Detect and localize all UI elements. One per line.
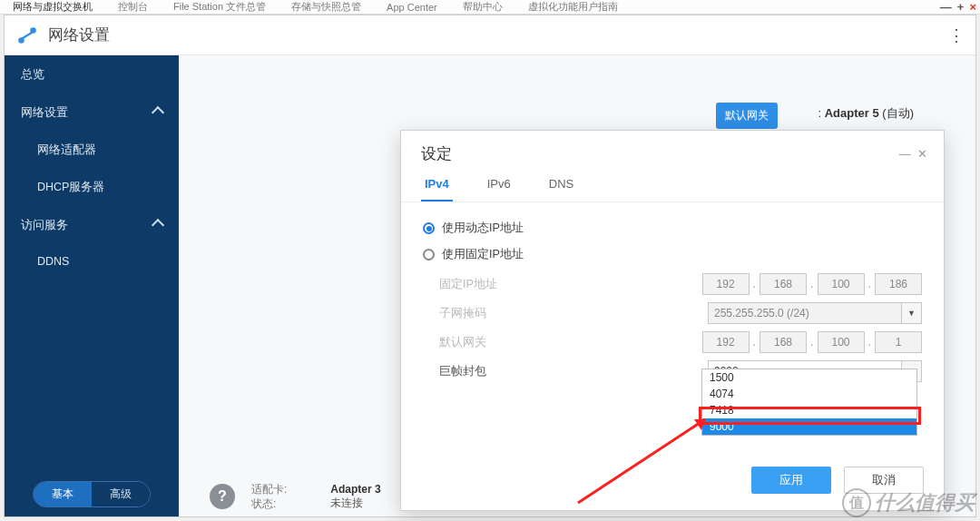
radio-icon — [423, 249, 435, 260]
maximize-icon[interactable]: + — [957, 0, 965, 14]
label-fixed-ip: 固定IP地址 — [439, 277, 543, 292]
window-title: 网络设置 — [48, 25, 110, 45]
sidebar-item-ddns[interactable]: DDNS — [5, 244, 179, 279]
modal-close-icon[interactable]: — ✕ — [899, 147, 927, 161]
cancel-button[interactable]: 取消 — [844, 467, 924, 494]
taskbar-item[interactable]: App Center — [374, 2, 450, 13]
fixed-ip-inputs: . . . — [702, 273, 922, 295]
ip-octet — [875, 331, 922, 353]
window-menu-icon[interactable]: ⋮ — [948, 25, 965, 45]
subnet-select — [708, 302, 902, 324]
chevron-up-icon — [152, 106, 164, 119]
sidebar-item-overview[interactable]: 总览 — [5, 55, 179, 93]
minimize-icon[interactable]: — — [940, 0, 952, 14]
label: 适配卡: — [251, 482, 287, 496]
gateway-ip-inputs: . . . — [702, 331, 922, 353]
label-subnet: 子网掩码 — [439, 306, 544, 321]
taskbar-item[interactable]: 控制台 — [105, 0, 161, 14]
default-gateway-button[interactable]: 默认网关 — [716, 103, 778, 129]
ip-octet — [702, 331, 750, 353]
radio-label: 使用动态IP地址 — [442, 221, 524, 236]
adapter-name: Adapter 3 — [330, 483, 380, 496]
sidebar: 总览 网络设置 网络适配器 DHCP服务器 访问服务 DDNS 基本 高级 — [5, 55, 179, 516]
chevron-down-icon: ▼ — [902, 302, 922, 324]
radio-label: 使用固定IP地址 — [442, 247, 524, 262]
taskbar-item[interactable]: 虚拟化功能用户指南 — [515, 0, 631, 14]
radio-icon — [423, 222, 435, 234]
dropdown-option-selected[interactable]: 9000 — [702, 418, 916, 435]
label-jumbo: 巨帧封包 — [439, 364, 544, 379]
adapter-status-icon: ? — [210, 484, 235, 509]
taskbar-item[interactable]: 帮助中心 — [450, 0, 515, 14]
dropdown-option[interactable]: 1500 — [702, 369, 916, 386]
sidebar-item-adapters[interactable]: 网络适配器 — [5, 132, 179, 169]
tab-ipv4[interactable]: IPv4 — [421, 170, 453, 202]
adapter-status: 未连接 — [330, 496, 380, 511]
app-window: 网络设置 ⋮ 总览 网络设置 网络适配器 DHCP服务器 访问服务 DDNS 基… — [4, 15, 976, 517]
os-taskbar: 网络与虚拟交换机 控制台 File Station 文件总管 存储与快照总管 A… — [0, 0, 980, 15]
chevron-up-icon — [152, 219, 164, 231]
jumbo-dropdown[interactable]: 1500 4074 7418 9000 — [701, 369, 917, 436]
apply-button[interactable]: 应用 — [751, 467, 831, 494]
ip-octet — [760, 273, 807, 295]
ip-octet — [760, 331, 807, 353]
view-toggle[interactable]: 基本 高级 — [33, 481, 151, 507]
sidebar-item-dhcp[interactable]: DHCP服务器 — [5, 169, 179, 206]
sidebar-item-network-settings[interactable]: 网络设置 — [5, 93, 179, 132]
dropdown-option[interactable]: 4074 — [702, 386, 916, 402]
toggle-basic[interactable]: 基本 — [34, 482, 92, 506]
taskbar-item[interactable]: 网络与虚拟交换机 — [0, 0, 105, 14]
ip-octet — [818, 273, 865, 295]
radio-static-ip[interactable]: 使用固定IP地址 — [423, 247, 922, 262]
main-panel: 默认网关 : Adapter 5 (自动) ⟳ twork ⋮ 📌 网关自动 ⋮… — [179, 55, 975, 516]
adapter-row: ? 适配卡: 状态: Adapter 3 未连接 — [210, 482, 381, 511]
radio-dynamic-ip[interactable]: 使用动态IP地址 — [423, 221, 922, 236]
tab-ipv6[interactable]: IPv6 — [484, 170, 514, 202]
modal-title: 设定 — [421, 143, 452, 164]
taskbar-item[interactable]: File Station 文件总管 — [161, 0, 279, 14]
close-icon[interactable]: × — [969, 0, 976, 14]
toggle-advanced[interactable]: 高级 — [92, 482, 150, 506]
default-gateway-value: : Adapter 5 (自动) — [818, 105, 915, 122]
label-gateway: 默认网关 — [439, 335, 543, 350]
tab-dns[interactable]: DNS — [545, 170, 577, 202]
taskbar-item[interactable]: 存储与快照总管 — [279, 0, 374, 14]
sidebar-item-access-services[interactable]: 访问服务 — [5, 206, 179, 244]
ip-octet — [875, 273, 922, 295]
window-header: 网络设置 ⋮ — [5, 15, 975, 55]
network-logo-icon — [15, 24, 39, 47]
modal-tabs: IPv4 IPv6 DNS — [401, 170, 944, 202]
settings-modal: 设定 — ✕ IPv4 IPv6 DNS 使用动态IP地址 使用固定IP地址 — [400, 130, 945, 511]
ip-octet — [702, 273, 750, 295]
dropdown-option[interactable]: 7418 — [702, 402, 916, 418]
label: 状态: — [251, 496, 287, 511]
ip-octet — [818, 331, 865, 353]
